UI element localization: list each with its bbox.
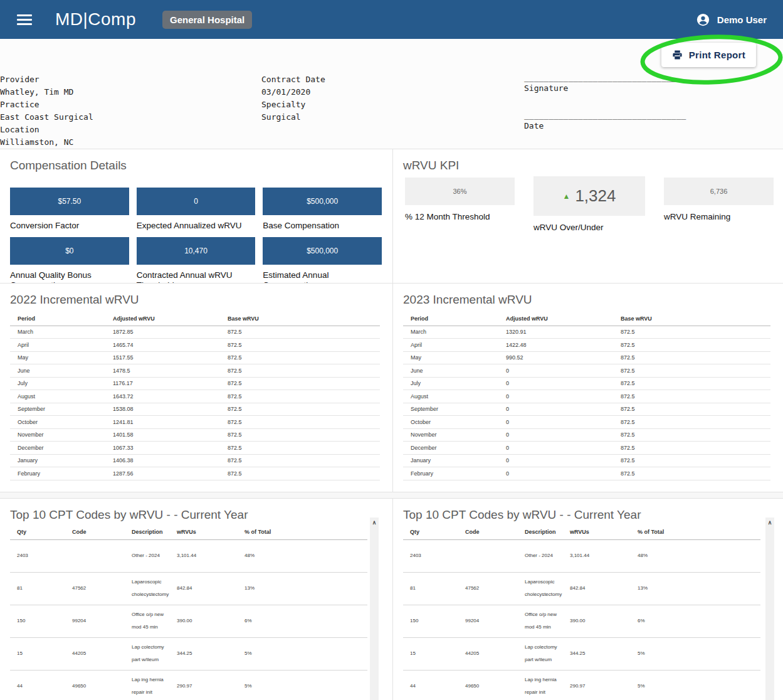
contract-date-label: Contract Date <box>261 73 325 86</box>
vertical-scrollbar[interactable]: ∧ <box>765 517 774 700</box>
signature-label: Signature <box>524 82 685 95</box>
table-row: April1422.48872.5 <box>403 339 770 352</box>
signature-block: _________________________________ Signat… <box>524 73 685 132</box>
panel-title: Top 10 CPT Codes by wRVU - - Current Yea… <box>393 499 783 522</box>
account-icon <box>696 13 710 26</box>
column-header: wRVUs <box>563 524 631 539</box>
table-row: 15099204Office o/p new mod 45 min390.006… <box>403 605 760 637</box>
table-row: January0872.5 <box>403 454 770 467</box>
printer-icon <box>672 50 683 60</box>
provider-name: Whatley, Tim MD <box>0 86 93 98</box>
incremental-2023-panel: 2023 Incremental wRVU PeriodAdjusted wRV… <box>393 284 783 492</box>
panel-title: Top 10 CPT Codes by wRVU - - Current Yea… <box>0 499 392 522</box>
table-row: 2403Other - 20243,101.4448% <box>10 539 367 572</box>
comp-card-estimated-annual-compensation: $500,000 Estimated Annual Compensation <box>263 237 382 284</box>
contract-info: Contract Date 03/01/2020 Specialty Surgi… <box>261 73 325 124</box>
column-header: Base wRVU <box>220 312 380 326</box>
incremental-2022-panel: 2022 Incremental wRVU PeriodAdjusted wRV… <box>0 284 393 492</box>
report-header: Print Report Provider Whatley, Tim MD Pr… <box>0 39 783 149</box>
column-header: Period <box>10 312 105 326</box>
brand-logo: MD|Comp <box>55 9 136 29</box>
table-row: September1538.08872.5 <box>10 403 380 416</box>
column-header: Code <box>65 524 125 539</box>
column-header: Period <box>403 312 498 326</box>
cpt-codes-panel-left: Top 10 CPT Codes by wRVU - - Current Yea… <box>0 499 393 700</box>
table-row: 4449650Lap ing hernia repair init290.975… <box>403 670 760 700</box>
scroll-up-button[interactable]: ∧ <box>370 517 379 528</box>
provider-info: Provider Whatley, Tim MD Practice East C… <box>0 73 93 149</box>
hospital-badge: General Hospital <box>162 11 252 29</box>
table-row: 8147562Laparoscopic cholecystectomy842.8… <box>10 572 367 605</box>
column-header: Code <box>458 524 518 539</box>
table-row: November0872.5 <box>403 428 770 442</box>
table-row: November1401.58872.5 <box>10 428 380 442</box>
user-menu[interactable]: Demo User <box>696 13 767 26</box>
table-row: April1465.74872.5 <box>10 339 380 352</box>
table-row: August1643.72872.5 <box>10 390 380 403</box>
column-header: Adjusted wRVU <box>105 312 220 326</box>
kpi-card-wrvu-remaining: 6,736 wRVU Remaining <box>664 176 774 221</box>
table-row: February1287.56872.5 <box>10 467 380 480</box>
print-report-button[interactable]: Print Report <box>661 43 756 67</box>
location-name: Williamston, NC <box>0 136 93 149</box>
table-row: February0872.5 <box>403 467 770 480</box>
specialty-value: Surgical <box>261 111 325 124</box>
kpi-card-wrvu-over-under: ▲ 1,324 wRVU Over/Under <box>533 176 645 232</box>
compensation-details-panel: Compensation Details $57.50 Conversion F… <box>0 149 393 284</box>
table-row: March1320.91872.5 <box>403 326 770 339</box>
column-header: Description <box>125 524 170 539</box>
column-header: Qty <box>403 524 458 539</box>
signature-line: _________________________________ <box>524 73 685 82</box>
column-header: Base wRVU <box>613 312 770 326</box>
panel-title: Compensation Details <box>0 149 392 172</box>
table-row: 8147562Laparoscopic cholecystectomy842.8… <box>403 572 760 605</box>
location-label: Location <box>0 124 93 136</box>
table-row: May990.52872.5 <box>403 351 770 364</box>
dashboard-panels: Compensation Details $57.50 Conversion F… <box>0 149 783 700</box>
column-header: % of Total <box>631 524 760 539</box>
cpt-codes-table: QtyCodeDescriptionwRVUs% of Total 2403Ot… <box>403 524 760 700</box>
table-row: May1517.55872.5 <box>10 351 380 364</box>
table-row: October1241.81872.5 <box>10 416 380 429</box>
column-header: Description <box>518 524 563 539</box>
table-row: 1544205Lap colectomy part w/ileum344.255… <box>10 637 367 670</box>
comp-card-base-compensation: $500,000 Base Compensation <box>263 188 382 231</box>
contract-date: 03/01/2020 <box>261 86 325 98</box>
comp-card-expected-annualized-wrvu: 0 Expected Annualized wRVU <box>137 188 256 231</box>
up-arrow-icon: ▲ <box>563 192 570 201</box>
table-row: October0872.5 <box>403 416 770 429</box>
table-row: September0872.5 <box>403 403 770 416</box>
comp-card-conversion-factor: $57.50 Conversion Factor <box>10 188 129 231</box>
wrvu-kpi-panel: wRVU KPI 36% % 12 Month Threshold ▲ 1,32… <box>393 149 783 284</box>
table-row: 1544205Lap colectomy part w/ileum344.255… <box>403 637 760 670</box>
table-row: 15099204Office o/p new mod 45 min390.006… <box>10 605 367 637</box>
column-header: wRVUs <box>170 524 238 539</box>
specialty-label: Specialty <box>261 98 325 111</box>
scroll-up-button[interactable]: ∧ <box>765 517 774 528</box>
panel-title: 2022 Incremental wRVU <box>0 284 392 307</box>
table-row: August0872.5 <box>403 390 770 403</box>
column-header: Qty <box>10 524 65 539</box>
date-label: Date <box>524 120 685 132</box>
section-gap <box>0 492 783 499</box>
practice-label: Practice <box>0 98 93 111</box>
table-row: July0872.5 <box>403 377 770 390</box>
table-row: January1406.38872.5 <box>10 454 380 467</box>
table-row: June0872.5 <box>403 364 770 378</box>
table-row: December0872.5 <box>403 442 770 455</box>
table-row: 4449650Lap ing hernia repair init290.975… <box>10 670 367 700</box>
hamburger-menu-icon[interactable] <box>17 14 32 25</box>
table-row: March1872.85872.5 <box>10 326 380 339</box>
date-line: _________________________________ <box>524 111 685 120</box>
vertical-scrollbar[interactable]: ∧ <box>370 517 379 700</box>
column-header: % of Total <box>238 524 367 539</box>
cpt-codes-panel-right: Top 10 CPT Codes by wRVU - - Current Yea… <box>393 499 783 700</box>
panel-title: 2023 Incremental wRVU <box>393 284 783 307</box>
provider-label: Provider <box>0 73 93 86</box>
user-name: Demo User <box>717 14 767 25</box>
incremental-2023-table: PeriodAdjusted wRVUBase wRVU March1320.9… <box>403 312 770 480</box>
comp-card-contracted-annual-wrvu: 10,470 Contracted Annual wRVU Threshold <box>137 237 256 284</box>
table-row: June1478.5872.5 <box>10 364 380 378</box>
incremental-2022-table: PeriodAdjusted wRVUBase wRVU March1872.8… <box>10 312 380 480</box>
table-row: December1067.33872.5 <box>10 442 380 455</box>
